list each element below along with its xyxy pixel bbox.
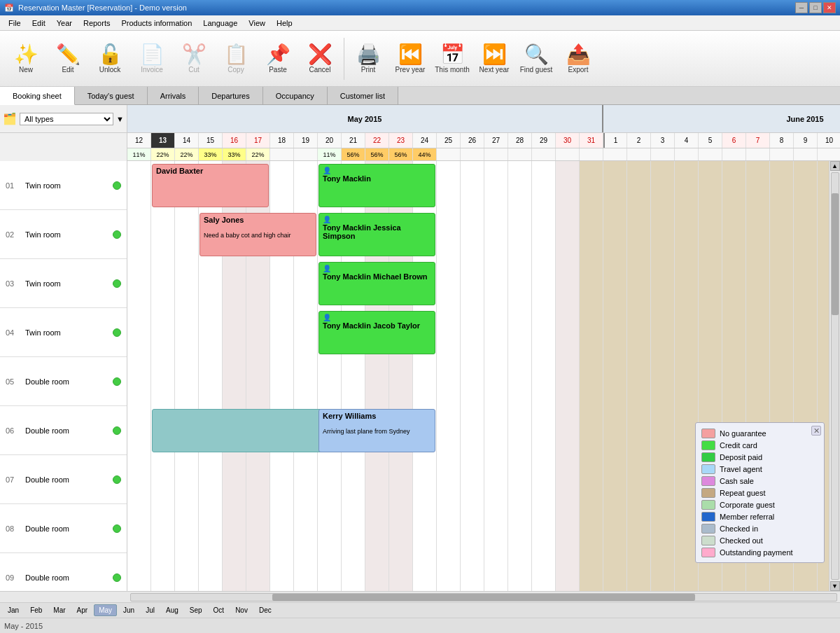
toolbar-btn-new[interactable]: ✨New [6, 34, 46, 84]
reservation-0[interactable]: David Baxter [152, 164, 269, 207]
grid-cell-2-23 [675, 259, 699, 308]
menu-item-help[interactable]: Help [271, 15, 298, 30]
grid-cell-2-24 [699, 259, 722, 308]
toolbar-btn-print[interactable]: 🖨️Print [348, 34, 388, 84]
day-header-23: 4 [675, 133, 699, 148]
toolbar-btn-thismonth[interactable]: 📅This month [432, 34, 472, 84]
grid-cell-3-28 [794, 308, 818, 357]
month-nav-jun[interactable]: Jun [118, 604, 139, 616]
toolbar-btn-unlock[interactable]: 🔓Unlock [90, 34, 130, 84]
tab-arrivals[interactable]: Arrivals [148, 87, 200, 104]
grid-cell-5-17 [532, 406, 556, 455]
scroll-thumb[interactable] [832, 193, 839, 315]
legend-close-button[interactable]: ✕ [811, 426, 821, 436]
horizontal-scrollbar[interactable] [0, 591, 840, 602]
maximize-button[interactable]: □ [809, 2, 822, 13]
scroll-track [831, 172, 839, 580]
room-status-7 [113, 524, 121, 533]
vertical-scrollbar[interactable]: ▲ ▼ [829, 161, 840, 591]
grid-cell-7-9 [342, 504, 365, 553]
reservation-6[interactable] [152, 409, 340, 452]
month-nav-mar[interactable]: Mar [48, 604, 70, 616]
month-nav-oct[interactable]: Oct [209, 604, 230, 616]
month-header-june: June 2015 [603, 105, 840, 132]
room-name-5: Double room [25, 426, 108, 435]
toolbar-btn-edit[interactable]: ✏️Edit [48, 34, 88, 84]
reservation-2[interactable]: 👤 Tony Macklin [318, 164, 435, 207]
room-status-6 [113, 475, 121, 484]
month-nav-may[interactable]: May [94, 604, 117, 616]
filter-icon: 🗂️ [3, 112, 17, 125]
grid-cell-0-19 [580, 161, 603, 210]
toolbar-btn-findguest[interactable]: 🔍Find guest [516, 34, 556, 84]
menu-item-file[interactable]: File [3, 15, 27, 30]
occ-cell-0: 11% [127, 148, 151, 160]
month-nav-aug[interactable]: Aug [161, 604, 183, 616]
menu-item-edit[interactable]: Edit [27, 15, 51, 30]
grid-cell-1-29 [818, 210, 829, 259]
month-nav-jan[interactable]: Jan [3, 604, 24, 616]
day-header-0: 12 [127, 133, 151, 148]
tab-booking[interactable]: Booking sheet [0, 87, 75, 105]
grid-cell-8-6 [270, 553, 294, 591]
grid-cell-7-20 [603, 504, 627, 553]
legend-label: Credit card [720, 441, 757, 450]
legend-swatch [701, 512, 715, 522]
room-type-selector[interactable]: 🗂️ All typesTwin roomDouble roomSuite ▼ [0, 105, 127, 132]
grid-cell-1-26 [746, 210, 770, 259]
menu-item-year[interactable]: Year [51, 15, 78, 30]
grid-cell-3-15 [484, 308, 508, 357]
hscroll-thumb[interactable] [272, 594, 696, 601]
grid-cell-7-1 [151, 504, 175, 553]
room-label-3: 04 Twin room [0, 308, 127, 357]
month-nav-apr[interactable]: Apr [72, 604, 93, 616]
menu-item-view[interactable]: View [243, 15, 271, 30]
toolbar-btn-prevyear[interactable]: ⏮️Prev year [390, 34, 430, 84]
month-navigation: JanFebMarAprMayJunJulAugSepOctNovDec [0, 602, 840, 618]
reservation-name: David Baxter [156, 167, 265, 175]
menu-item-language[interactable]: Language [197, 15, 243, 30]
month-nav-nov[interactable]: Nov [230, 604, 253, 616]
tab-occupancy[interactable]: Occupancy [263, 87, 328, 104]
day-header-9: 21 [342, 133, 365, 148]
toolbar-btn-cancel[interactable]: ❌Cancel [300, 34, 340, 84]
month-nav-jul[interactable]: Jul [141, 604, 160, 616]
month-nav-sep[interactable]: Sep [185, 604, 207, 616]
month-nav-feb[interactable]: Feb [25, 604, 47, 616]
reservation-name: Kerry Williams [323, 412, 431, 420]
grid-cell-3-24 [699, 308, 722, 357]
tab-departures[interactable]: Departures [199, 87, 262, 104]
room-type-dropdown[interactable]: All typesTwin roomDouble roomSuite [20, 113, 113, 125]
toolbar-btn-paste[interactable]: 📌Paste [258, 34, 298, 84]
grid-cell-6-17 [532, 455, 556, 504]
reservation-1[interactable]: Saly JonesNeed a baby cot and high chair [200, 213, 316, 256]
grid-cell-7-6 [270, 504, 294, 553]
reservation-7[interactable]: Kerry WilliamsArriving last plane from S… [318, 409, 435, 452]
grid-cell-8-22 [651, 553, 675, 591]
minimize-button[interactable]: ─ [795, 2, 808, 13]
reservation-3[interactable]: 👤 Tony Macklin Jessica Simpson [318, 213, 435, 256]
room-number-8: 09 [6, 573, 21, 582]
grid-cell-7-4 [223, 504, 246, 553]
occ-cell-22 [651, 148, 675, 160]
scroll-down-button[interactable]: ▼ [830, 581, 840, 591]
grid-cell-7-15 [484, 504, 508, 553]
toolbar-btn-export[interactable]: 📤Export [558, 34, 598, 84]
menu-item-reports[interactable]: Reports [78, 15, 116, 30]
toolbar-btn-nextyear[interactable]: ⏭️Next year [474, 34, 514, 84]
scroll-up-button[interactable]: ▲ [830, 161, 840, 171]
legend-swatch [701, 548, 715, 557]
tab-customer[interactable]: Customer list [328, 87, 398, 104]
legend-label: Cash sale [720, 477, 754, 485]
month-nav-dec[interactable]: Dec [254, 604, 276, 616]
day-header-27: 8 [770, 133, 794, 148]
menu-item-products-information[interactable]: Products information [115, 15, 197, 30]
grid-cell-8-1 [151, 553, 175, 591]
grid-cell-5-16 [508, 406, 532, 455]
close-button[interactable]: ✕ [823, 2, 836, 13]
tab-today[interactable]: Today's guest [75, 87, 148, 104]
grid-cell-2-7 [294, 259, 318, 308]
reservation-5[interactable]: 👤 Tony Macklin Jacob Taylor [318, 311, 435, 354]
reservation-4[interactable]: 👤 Tony Macklin Michael Brown [318, 262, 435, 305]
grid-cell-3-2 [175, 308, 199, 357]
